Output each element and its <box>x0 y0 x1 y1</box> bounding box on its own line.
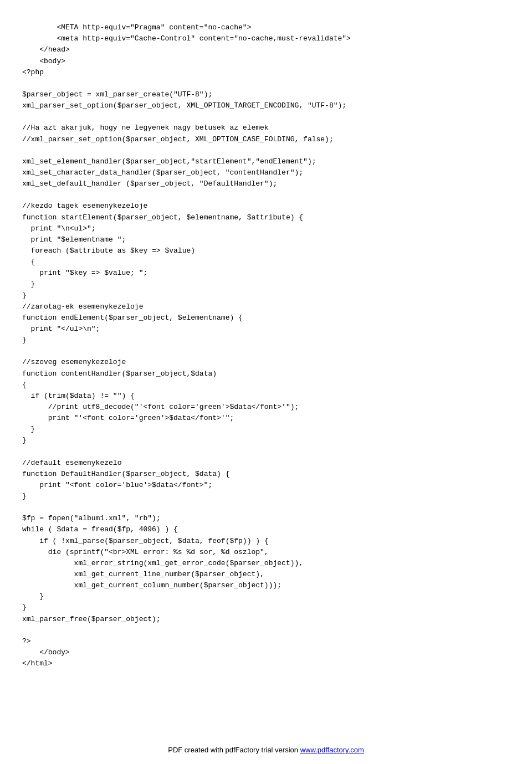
footer-link[interactable]: www.pdffactory.com <box>300 746 364 754</box>
footer: PDF created with pdfFactory trial versio… <box>0 746 532 754</box>
footer-text: PDF created with pdfFactory trial versio… <box>168 746 300 754</box>
code-block: <META http-equiv="Pragma" content="no-ca… <box>0 0 532 714</box>
